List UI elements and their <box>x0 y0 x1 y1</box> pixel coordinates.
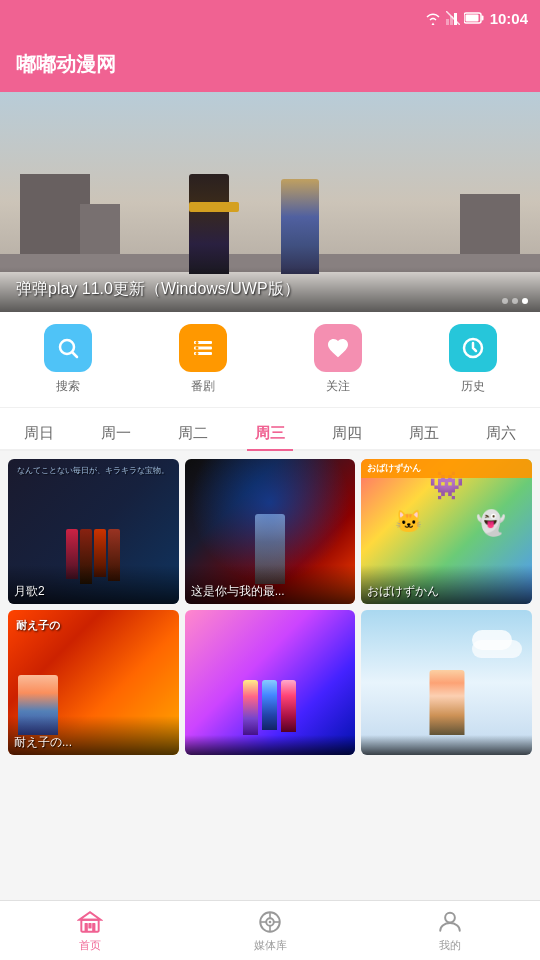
profile-label: 我的 <box>439 938 461 953</box>
weekday-tabs: 周日 周一 周二 周三 周四 周五 周六 <box>0 408 540 451</box>
anime-title-3: おばけずかん <box>367 584 439 598</box>
svg-rect-6 <box>465 15 478 22</box>
banner-overlay: 弹弹play 11.0更新（Windows/UWP版） <box>0 267 540 312</box>
banner-dot-1 <box>502 298 508 304</box>
follow-icon-bg <box>314 324 362 372</box>
search-label: 搜索 <box>56 378 80 395</box>
anime-title-bar-4: 耐え子の... <box>8 716 179 755</box>
anime-title-bar-6 <box>361 735 532 755</box>
bottom-nav: 首页 媒体库 我的 <box>0 900 540 960</box>
bangumi-label: 番剧 <box>191 378 215 395</box>
anime-title-bar-2: 这是你与我的最... <box>185 565 356 604</box>
anime-title-2: 这是你与我的最... <box>191 584 285 598</box>
tab-monday[interactable]: 周一 <box>93 418 139 449</box>
anime-card-1[interactable]: なんてことない毎日が、キラキラな宝物。 月歌2 <box>8 459 179 604</box>
quick-nav: 搜索 番剧 关注 <box>0 312 540 408</box>
svg-point-28 <box>445 912 455 922</box>
tab-saturday[interactable]: 周六 <box>478 418 524 449</box>
tab-friday[interactable]: 周五 <box>401 418 447 449</box>
nav-bangumi[interactable]: 番剧 <box>179 324 227 395</box>
banner-dot-3 <box>522 298 528 304</box>
anime-card-6[interactable] <box>361 610 532 755</box>
anime-card-3[interactable]: 👾 🐱 👻 おばけずかん おばけずかん <box>361 459 532 604</box>
banner-dot-2 <box>512 298 518 304</box>
profile-icon <box>437 909 463 935</box>
anime-title-bar-3: おばけずかん <box>361 565 532 604</box>
svg-rect-5 <box>481 16 483 21</box>
svg-point-23 <box>269 920 272 923</box>
svg-rect-18 <box>85 923 88 932</box>
svg-point-13 <box>195 347 198 350</box>
tab-wednesday[interactable]: 周三 <box>247 418 293 449</box>
banner-indicators <box>502 298 528 304</box>
battery-icon <box>464 12 484 24</box>
anime-card-2[interactable]: 这是你与我的最... <box>185 459 356 604</box>
bangumi-icon-bg <box>179 324 227 372</box>
heart-icon <box>326 336 350 360</box>
history-label: 历史 <box>461 378 485 395</box>
bangumi-icon <box>191 336 215 360</box>
anime-title-bar-5 <box>185 735 356 755</box>
history-icon-bg <box>449 324 497 372</box>
follow-label: 关注 <box>326 378 350 395</box>
anime-title-1: 月歌2 <box>14 584 45 598</box>
wifi-icon <box>424 11 442 25</box>
anime-grid: なんてことない毎日が、キラキラな宝物。 月歌2 这是你与我的最... 👾 🐱 👻… <box>0 451 540 763</box>
svg-line-8 <box>72 353 77 358</box>
app-header: 嘟嘟动漫网 <box>0 36 540 92</box>
library-label: 媒体库 <box>254 938 287 953</box>
svg-marker-17 <box>79 912 101 920</box>
signal-icon <box>446 11 460 25</box>
status-bar: 10:04 <box>0 0 540 36</box>
bottom-nav-profile[interactable]: 我的 <box>360 901 540 960</box>
banner[interactable]: 弹弹play 11.0更新（Windows/UWP版） <box>0 92 540 312</box>
tab-sunday[interactable]: 周日 <box>16 418 62 449</box>
status-time: 10:04 <box>490 10 528 27</box>
home-icon <box>77 909 103 935</box>
nav-history[interactable]: 历史 <box>449 324 497 395</box>
anime-title-bar-1: 月歌2 <box>8 565 179 604</box>
svg-rect-0 <box>446 19 449 25</box>
tab-thursday[interactable]: 周四 <box>324 418 370 449</box>
bottom-nav-library[interactable]: 媒体库 <box>180 901 360 960</box>
tab-tuesday[interactable]: 周二 <box>170 418 216 449</box>
bottom-nav-home[interactable]: 首页 <box>0 901 180 960</box>
clock-icon <box>461 336 485 360</box>
anime-card-5[interactable] <box>185 610 356 755</box>
anime-title-4: 耐え子の... <box>14 735 72 749</box>
nav-follow[interactable]: 关注 <box>314 324 362 395</box>
nav-search[interactable]: 搜索 <box>44 324 92 395</box>
app-title: 嘟嘟动漫网 <box>16 51 116 78</box>
svg-point-14 <box>195 352 198 355</box>
svg-point-12 <box>195 341 198 344</box>
library-icon <box>257 909 283 935</box>
status-icons <box>424 11 484 25</box>
search-icon <box>56 336 80 360</box>
svg-rect-19 <box>92 923 95 932</box>
anime-card-4[interactable]: 耐え子の 耐え子の... <box>8 610 179 755</box>
banner-title: 弹弹play 11.0更新（Windows/UWP版） <box>16 280 300 297</box>
home-label: 首页 <box>79 938 101 953</box>
search-icon-bg <box>44 324 92 372</box>
svg-rect-20 <box>88 923 91 928</box>
